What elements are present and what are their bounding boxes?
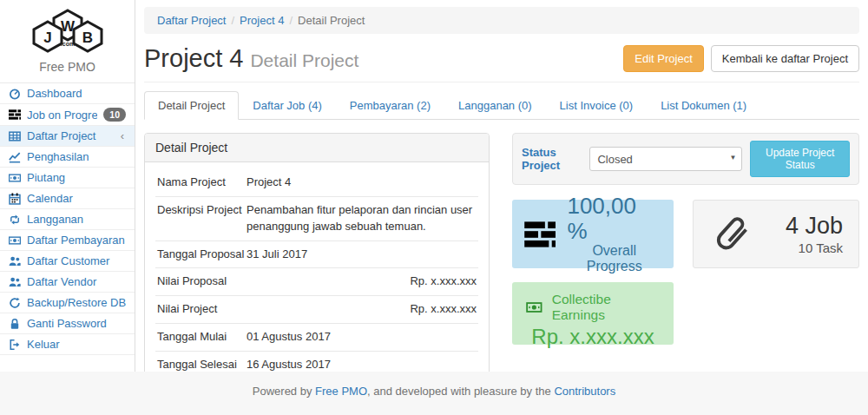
row-value: 31 Juli 2017 [247,247,477,263]
earnings-title: Collectibe Earnings [552,292,661,323]
footer-text: , and developed with pleasure by the [367,385,554,398]
svg-text:.com: .com [60,41,74,47]
project-name: Project 4 [144,44,243,72]
tab-daftar-job[interactable]: Daftar Job (4) [239,91,335,120]
sidebar-item-job-on-progress[interactable]: Job on Progress 10 [0,104,135,126]
sidebar-item-label: Daftar Vendor [27,275,126,288]
free-pmo-link[interactable]: Free PMO [315,385,367,398]
brand-name: Free PMO [0,60,135,74]
sidebar-item-backup-restore-db[interactable]: Backup/Restore DB [0,293,135,313]
sidebar-item-label: Dashboard [27,87,126,100]
tab-langganan[interactable]: Langganan (0) [444,91,546,120]
table-row: Tanggal Mulai 01 Agustus 2017 [155,323,478,351]
job-count-box: 4 Job 10 Task [693,200,859,268]
row-value: Project 4 [247,175,477,191]
sidebar-item-label: Piutang [27,171,126,184]
edit-project-button[interactable]: Edit Project [623,45,703,72]
sidebar: W J B .com Free PMO Dashboard Job on Pro… [0,0,135,372]
jwb-logo-icon: W J B .com [28,7,108,54]
sidebar-item-label: Daftar Customer [27,254,126,267]
breadcrumb-link-project-4[interactable]: Project 4 [240,14,284,27]
sign-out-icon [9,339,21,351]
svg-text:B: B [82,30,92,46]
table-row: Nilai Proposal Rp. x.xxx.xxx [155,267,478,295]
update-project-status-button[interactable]: Update Project Status [750,141,850,177]
breadcrumb-link-daftar-project[interactable]: Daftar Project [157,14,226,27]
tab-pembayaran[interactable]: Pembayaran (2) [336,91,444,120]
row-label: Tanggal Selesai [157,357,247,372]
contributors-link[interactable]: Contributors [554,385,615,398]
sidebar-item-label: Job on Progress [27,109,97,122]
sidebar-item-daftar-project[interactable]: Daftar Project ‹ [0,126,135,147]
row-label: Nama Project [157,175,247,191]
sidebar-item-langganan[interactable]: Langganan [0,209,135,230]
task-count-value: 10 Task [786,240,843,255]
earnings-value: Rp. x.xxx.xxx [524,325,661,349]
app-window: W J B .com Free PMO Dashboard Job on Pro… [0,0,868,415]
row-value: 16 Agustus 2017 [247,357,477,372]
row-value: Rp. x.xxx.xxx [247,301,477,318]
job-count-badge: 10 [103,108,126,122]
line-chart-icon [9,151,21,163]
sidebar-item-piutang[interactable]: Piutang [0,168,135,188]
breadcrumb-separator: / [284,14,298,27]
row-label: Tanggal Proposal [157,247,247,263]
row-value: Penambahan fitur pelaporan dan rincian u… [247,202,477,235]
sidebar-item-label: Langganan [27,213,126,226]
table-row: Nilai Project Rp. x.xxx.xxx [155,295,478,323]
row-label: Nilai Proposal [157,273,247,290]
users-icon [9,276,21,288]
status-project-well: Status Project Closed Update Project Sta… [512,133,859,185]
calendar-icon [9,193,21,205]
row-value: 01 Agustus 2017 [247,329,477,346]
sidebar-item-dashboard[interactable]: Dashboard [0,83,135,104]
table-row: Tanggal Selesai 16 Agustus 2017 [155,351,478,372]
sidebar-item-calendar[interactable]: Calendar [0,188,135,209]
sidebar-item-ganti-password[interactable]: Ganti Password [0,313,135,334]
panel-title: Detail Project [145,134,489,162]
tab-detail-project[interactable]: Detail Project [144,91,239,120]
page-title: Project 4Detail Project [144,44,358,73]
sidebar-menu: Dashboard Job on Progress 10 Daftar Proj… [0,82,135,355]
table-row: Tanggal Proposal 31 Juli 2017 [155,240,478,268]
sidebar-item-daftar-vendor[interactable]: Daftar Vendor [0,272,135,293]
sidebar-item-label: Daftar Pembayaran [27,234,126,247]
tab-list-invoice[interactable]: List Invoice (0) [546,91,648,120]
page-subtitle: Detail Project [250,50,358,70]
sidebar-item-keluar[interactable]: Keluar [0,334,135,355]
users-icon [9,255,21,267]
row-value: Rp. x.xxx.xxx [247,273,477,290]
tab-bar: Detail Project Daftar Job (4) Pembayaran… [144,91,859,120]
brand-logo: W J B .com [0,7,135,56]
overall-progress-box: 100,00 % Overall Progress [512,200,674,268]
tasks-icon [524,219,556,250]
sidebar-item-daftar-customer[interactable]: Daftar Customer [0,251,135,272]
back-to-project-list-button[interactable]: Kembali ke daftar Project [711,45,859,72]
main-content: Daftar Project/Project 4/Detail Project … [135,0,868,372]
sidebar-item-penghasilan[interactable]: Penghasilan [0,147,135,168]
sidebar-item-daftar-pembayaran[interactable]: Daftar Pembayaran [0,230,135,251]
sidebar-item-label: Penghasilan [27,150,126,163]
sidebar-item-label: Ganti Password [27,317,126,330]
progress-value: 100,00 % [567,194,661,243]
table-row: Deskripsi Project Penambahan fitur pelap… [155,196,478,240]
page-header: Project 4Detail Project Edit Project Kem… [144,34,859,82]
table-row: Nama Project Project 4 [155,169,478,196]
status-select-wrapper: Closed [589,147,742,171]
sidebar-item-label: Calendar [27,192,126,205]
dashboard-icon [9,88,21,100]
breadcrumb-separator: / [226,14,240,27]
chevron-left-icon: ‹ [121,129,126,142]
lock-icon [9,318,21,330]
retweet-icon [9,214,21,226]
breadcrumb-current: Detail Project [298,14,365,27]
money-icon [9,172,21,184]
money-icon [524,300,544,315]
status-project-label: Status Project [522,146,582,172]
status-project-select[interactable]: Closed [589,147,742,171]
tab-list-dokumen[interactable]: List Dokumen (1) [647,91,760,120]
footer-text: Powered by [253,385,315,398]
footer: Powered by Free PMO, and developed with … [0,372,868,415]
detail-project-panel: Detail Project Nama Project Project 4 De… [144,133,490,372]
breadcrumb: Daftar Project/Project 4/Detail Project [144,7,859,34]
